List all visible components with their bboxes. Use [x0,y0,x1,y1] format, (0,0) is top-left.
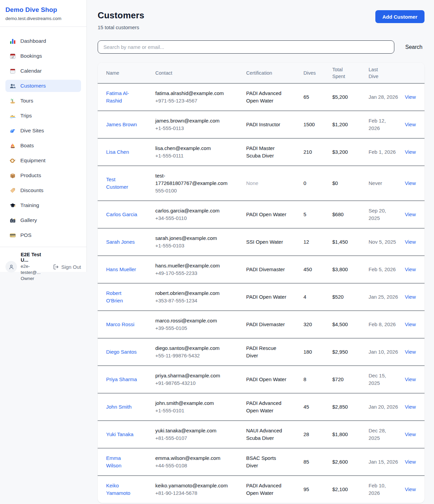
customer-total-spent: $5,200 [332,93,369,101]
customer-certification: PADI Open Water [246,376,303,383]
customer-email: emma.wilson@example.com [155,454,231,462]
customer-certification: PADI Advanced Open Water [246,399,303,414]
sidebar-item-boats[interactable]: Boats [5,139,81,152]
customer-name-link[interactable]: Yuki Tanaka [106,431,134,437]
sidebar-item-dive-sites[interactable]: Dive Sites [5,125,81,137]
customer-name-link[interactable]: Sarah Jones [106,239,135,245]
customer-name-link[interactable]: Diego Santos [106,349,137,355]
customer-phone: +44-555-0108 [155,462,231,469]
customer-phone: +1-555-0111 [155,152,231,160]
customer-email: james.brown@example.com [155,117,231,125]
customer-dives: 8 [303,376,332,383]
customer-phone: +49-170-555-2233 [155,269,231,277]
customer-certification: PADI Divemaster [246,266,303,273]
customer-total-spent: $4,500 [332,321,369,328]
sidebar-header: Demo Dive Shop demo.test.divestreams.com [0,0,86,27]
customer-name-link[interactable]: Robert O'Brien [106,290,123,303]
customer-last-dive: Dec 28, 2025 [369,427,405,442]
view-customer-link[interactable]: View [405,376,416,382]
view-customer-link[interactable]: View [405,431,416,437]
customer-total-spent: $720 [332,376,369,383]
customer-dives: 85 [303,458,332,466]
customer-name-link[interactable]: Carlos Garcia [106,211,137,217]
sidebar-item-customers[interactable]: Customers [5,80,81,92]
sidebar-item-equipment[interactable]: Equipment [5,154,81,167]
customer-name-link[interactable]: Hans Mueller [106,266,136,272]
customer-email: john.smith@example.com [155,399,231,407]
view-customer-link[interactable]: View [405,122,416,127]
view-customer-link[interactable]: View [405,211,416,217]
sidebar-item-products[interactable]: Products [5,169,81,182]
sidebar-item-training[interactable]: Training [5,199,81,211]
customer-email: test-1772681807767@example.com [155,172,231,187]
table-row: Diego Santos diego.santos@example.com +5… [98,338,425,366]
view-customer-link[interactable]: View [405,94,416,100]
table-row: Sarah Jones sarah.jones@example.com +1-5… [98,228,425,256]
customer-name-link[interactable]: Priya Sharma [106,376,137,382]
view-customer-link[interactable]: View [405,404,416,410]
search-button[interactable]: Search [403,43,425,52]
table-row: Yuki Tanaka yuki.tanaka@example.com +81-… [98,421,425,448]
bar-chart-icon [9,38,16,44]
sidebar-item-discounts[interactable]: Discounts [5,184,81,197]
column-header-name: Name [106,70,155,76]
sign-out-icon [53,264,59,270]
view-customer-link[interactable]: View [405,294,416,300]
customer-total-spent: $2,100 [332,486,369,493]
view-customer-link[interactable]: View [405,349,416,355]
customer-dives: 180 [303,348,332,356]
sidebar-item-label: Gallery [20,217,37,223]
view-customer-link[interactable]: View [405,486,416,492]
view-customer-link[interactable]: View [405,321,416,327]
view-customer-link[interactable]: View [405,459,416,465]
customer-name-link[interactable]: John Smith [106,404,132,410]
customer-name-link[interactable]: Keiko Yamamoto [106,483,130,496]
table-row: Priya Sharma priya.sharma@example.com +9… [98,366,425,393]
customer-email: lisa.chen@example.com [155,145,231,152]
table-row: Marco Rossi marco.rossi@example.com +39-… [98,311,425,338]
customer-name-link[interactable]: Lisa Chen [106,149,129,155]
customer-last-dive: Feb 1, 2026 [369,148,405,156]
sidebar-item-trips[interactable]: Trips [5,110,81,122]
customer-email: priya.sharma@example.com [155,372,231,379]
customer-name-link[interactable]: Emma Wilson [106,455,121,468]
customer-dives: 45 [303,403,332,411]
view-customer-link[interactable]: View [405,180,416,186]
sign-out-label: Sign Out [61,264,81,270]
sidebar-item-tours[interactable]: Tours [5,95,81,107]
customer-total-spent: $2,850 [332,403,369,411]
sidebar-item-calendar[interactable]: Calendar [5,65,81,77]
bookings-calendar-icon: 17 [9,53,16,59]
view-customer-link[interactable]: View [405,239,416,245]
sidebar-item-dashboard[interactable]: Dashboard [5,35,81,47]
sidebar-item-bookings[interactable]: 17 Bookings [5,50,81,62]
view-customer-link[interactable]: View [405,149,416,155]
sidebar-footer: E2E Test U... e2e-tester@... Owner Sign … [0,247,86,286]
search-input[interactable] [98,40,394,54]
customer-name-link[interactable]: Test Customer [106,176,128,190]
customer-last-dive: Feb 8, 2026 [369,321,405,328]
customer-name-link[interactable]: Marco Rossi [106,321,134,327]
customer-name-link[interactable]: Fatima Al-Rashid [106,90,129,104]
view-customer-link[interactable]: View [405,266,416,272]
sidebar-item-label: Equipment [20,157,45,164]
customer-dives: 12 [303,238,332,246]
user-info: E2E Test U... e2e-tester@... Owner [21,252,49,282]
sign-out-button[interactable]: Sign Out [53,264,81,270]
customer-name-link[interactable]: James Brown [106,122,137,127]
add-customer-button[interactable]: Add Customer [375,10,425,23]
sidebar-item-gallery[interactable]: Gallery [5,214,81,226]
customer-phone: +1-555-0113 [155,125,231,132]
customer-last-dive: Jan 10, 2026 [369,348,405,356]
table-row: Lisa Chen lisa.chen@example.com +1-555-0… [98,138,425,166]
customer-certification: None [246,180,303,187]
user-avatar-icon [8,264,15,270]
table-row: James Brown james.brown@example.com +1-5… [98,111,425,138]
sidebar-item-label: Trips [20,113,32,119]
customer-dives: 210 [303,148,332,156]
sidebar-item-pos[interactable]: POS [5,229,81,241]
table-row: Emma Wilson emma.wilson@example.com +44-… [98,448,425,476]
customer-certification: PADI Instructor [246,121,303,128]
sidebar-item-label: Products [20,172,41,179]
customer-certification: PADI Open Water [246,211,303,218]
